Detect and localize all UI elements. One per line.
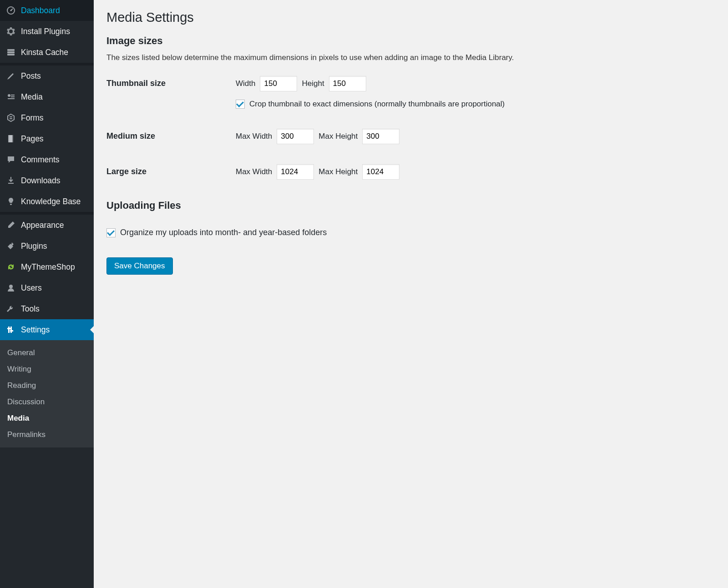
large-row: Large size Max Width Max Height (106, 164, 715, 180)
svg-rect-4 (7, 54, 15, 55)
sidebar-item-label: Appearance (21, 221, 64, 230)
forms-icon (5, 112, 16, 123)
page-icon (5, 133, 16, 144)
media-icon (5, 91, 16, 102)
svg-point-5 (8, 94, 10, 97)
sidebar-item-label: Dashboard (21, 6, 60, 15)
user-icon (5, 282, 16, 293)
dashboard-icon (5, 5, 16, 16)
sidebar-item-label: Pages (21, 134, 44, 144)
image-sizes-heading: Image sizes (106, 35, 715, 47)
svg-rect-15 (10, 330, 13, 332)
sidebar-item-label: Install Plugins (21, 27, 70, 36)
large-height-input[interactable] (362, 164, 399, 180)
sidebar-item-settings[interactable]: Settings (0, 319, 94, 340)
svg-rect-6 (10, 116, 12, 117)
thumbnail-label: Thumbnail size (106, 76, 236, 88)
sidebar-item-label: Media (21, 92, 43, 102)
svg-rect-13 (10, 327, 12, 333)
svg-rect-14 (7, 328, 10, 329)
page-title: Media Settings (106, 10, 715, 25)
sidebar-item-label: Forms (21, 113, 44, 123)
submenu-item-general[interactable]: General (0, 345, 94, 361)
sidebar-item-appearance[interactable]: Appearance (0, 215, 94, 236)
medium-height-input[interactable] (362, 129, 399, 144)
sidebar-item-kinsta-cache[interactable]: Kinsta Cache (0, 42, 94, 63)
organize-uploads-label: Organize my uploads into month- and year… (120, 228, 327, 237)
sidebar-item-label: Knowledge Base (21, 197, 81, 206)
image-sizes-desc: The sizes listed below determine the max… (106, 53, 715, 62)
svg-point-11 (9, 285, 13, 288)
sidebar-item-downloads[interactable]: Downloads (0, 170, 94, 191)
sidebar-item-label: Downloads (21, 176, 61, 186)
sidebar-item-users[interactable]: Users (0, 277, 94, 298)
thumbnail-crop-label: Crop thumbnail to exact dimensions (norm… (249, 100, 505, 109)
pin-icon (5, 70, 16, 81)
large-width-input[interactable] (277, 164, 314, 180)
sidebar-item-label: Plugins (21, 241, 47, 251)
sidebar-item-comments[interactable]: Comments (0, 149, 94, 170)
thumbnail-crop-checkbox[interactable] (236, 100, 245, 109)
settings-submenu: GeneralWritingReadingDiscussionMediaPerm… (0, 340, 94, 447)
server-icon (5, 47, 16, 58)
plug-icon (5, 241, 16, 251)
thumbnail-width-input[interactable] (260, 76, 297, 91)
medium-height-label: Max Height (318, 132, 358, 141)
sidebar-item-label: Settings (21, 325, 50, 335)
large-height-label: Max Height (318, 167, 358, 176)
brush-icon (5, 220, 16, 231)
sidebar-item-plugins[interactable]: Plugins (0, 236, 94, 256)
wrench-icon (5, 303, 16, 314)
svg-rect-3 (7, 51, 15, 53)
medium-label: Medium size (106, 129, 236, 141)
thumbnail-height-input[interactable] (329, 76, 366, 91)
sidebar-item-label: MyThemeShop (21, 262, 75, 272)
sidebar-item-media[interactable]: Media (0, 86, 94, 107)
organize-uploads-checkbox[interactable] (106, 228, 116, 237)
sliders-icon (5, 324, 16, 335)
content-area: Media Settings Image sizes The sizes lis… (94, 0, 728, 588)
uploading-files-heading: Uploading Files (106, 200, 715, 211)
sidebar-item-tools[interactable]: Tools (0, 298, 94, 319)
download-icon (5, 175, 16, 186)
svg-rect-10 (8, 183, 14, 184)
submenu-item-writing[interactable]: Writing (0, 361, 94, 377)
svg-rect-7 (10, 118, 12, 119)
svg-rect-12 (8, 327, 10, 333)
submenu-item-permalinks[interactable]: Permalinks (0, 427, 94, 443)
submenu-item-discussion[interactable]: Discussion (0, 394, 94, 410)
submenu-item-media[interactable]: Media (0, 410, 94, 427)
sidebar-item-label: Users (21, 283, 42, 293)
thumbnail-height-label: Height (302, 79, 324, 88)
sidebar-item-label: Kinsta Cache (21, 48, 68, 57)
thumbnail-row: Thumbnail size Width Height Crop thumbna… (106, 76, 715, 109)
medium-width-input[interactable] (277, 129, 314, 144)
comment-icon (5, 154, 16, 165)
large-width-label: Max Width (236, 167, 272, 176)
save-changes-button[interactable]: Save Changes (106, 257, 173, 275)
sidebar-item-label: Tools (21, 304, 40, 314)
medium-width-label: Max Width (236, 132, 272, 141)
medium-row: Medium size Max Width Max Height (106, 129, 715, 144)
svg-rect-9 (9, 135, 13, 142)
sidebar-item-install-plugins[interactable]: Install Plugins (0, 21, 94, 42)
thumbnail-width-label: Width (236, 79, 255, 88)
svg-rect-2 (7, 49, 15, 51)
sidebar-item-posts[interactable]: Posts (0, 65, 94, 86)
submenu-item-reading[interactable]: Reading (0, 377, 94, 394)
sidebar-item-dashboard[interactable]: Dashboard (0, 0, 94, 21)
sidebar-item-mythemeshop[interactable]: MyThemeShop (0, 256, 94, 277)
sidebar-item-forms[interactable]: Forms (0, 107, 94, 128)
svg-point-1 (10, 10, 12, 11)
sidebar-item-label: Comments (21, 155, 60, 165)
bulb-icon (5, 196, 16, 207)
sidebar-item-pages[interactable]: Pages (0, 128, 94, 149)
gear-icon (5, 26, 16, 37)
large-label: Large size (106, 164, 236, 176)
sidebar-item-label: Posts (21, 71, 41, 81)
sidebar-item-knowledge-base[interactable]: Knowledge Base (0, 191, 94, 212)
admin-sidebar: DashboardInstall PluginsKinsta CachePost… (0, 0, 94, 588)
refresh-icon (5, 261, 16, 272)
